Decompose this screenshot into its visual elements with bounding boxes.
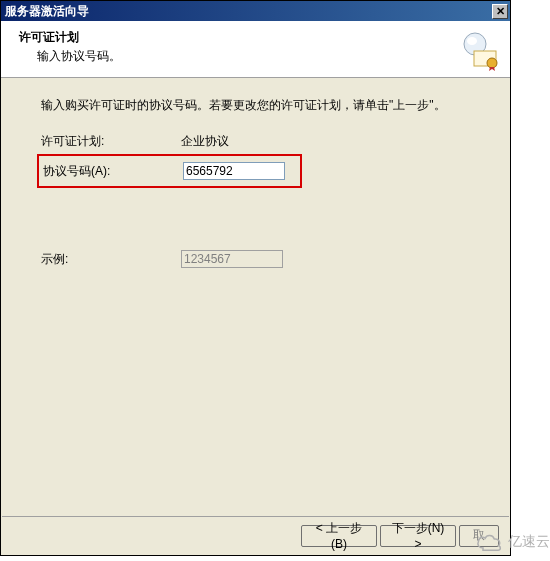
window-title: 服务器激活向导 — [5, 3, 89, 20]
svg-point-3 — [487, 58, 497, 68]
spacer — [41, 202, 470, 250]
certificate-icon — [460, 31, 500, 71]
agreement-input[interactable] — [183, 162, 285, 180]
agreement-highlight: 协议号码(A): — [37, 154, 302, 188]
button-bar: < 上一步(B) 下一步(N) > 取 — [2, 516, 509, 554]
wizard-content: 输入购买许可证时的协议号码。若要更改您的许可证计划，请单击"上一步"。 许可证计… — [1, 78, 510, 290]
plan-row: 许可证计划: 企业协议 — [41, 133, 470, 150]
cloud-icon — [474, 531, 504, 553]
wizard-header: 许可证计划 输入协议号码。 — [1, 21, 510, 78]
example-label: 示例: — [41, 251, 181, 268]
agreement-label: 协议号码(A): — [43, 163, 183, 180]
close-button[interactable]: ✕ — [492, 4, 508, 19]
plan-value: 企业协议 — [181, 133, 229, 150]
watermark-text: 亿速云 — [508, 533, 550, 551]
close-icon: ✕ — [496, 5, 505, 18]
instruction-text: 输入购买许可证时的协议号码。若要更改您的许可证计划，请单击"上一步"。 — [41, 96, 470, 115]
back-button[interactable]: < 上一步(B) — [301, 525, 377, 547]
header-title: 许可证计划 — [19, 29, 498, 46]
wizard-window: 服务器激活向导 ✕ 许可证计划 输入协议号码。 输入购买许可证时的协议号码。若要… — [0, 0, 511, 556]
header-subtitle: 输入协议号码。 — [37, 48, 498, 65]
example-input — [181, 250, 283, 268]
titlebar: 服务器激活向导 ✕ — [1, 1, 510, 21]
example-row: 示例: — [41, 250, 470, 268]
watermark: 亿速云 — [474, 531, 550, 553]
next-button[interactable]: 下一步(N) > — [380, 525, 456, 547]
plan-label: 许可证计划: — [41, 133, 181, 150]
svg-point-1 — [467, 37, 477, 45]
